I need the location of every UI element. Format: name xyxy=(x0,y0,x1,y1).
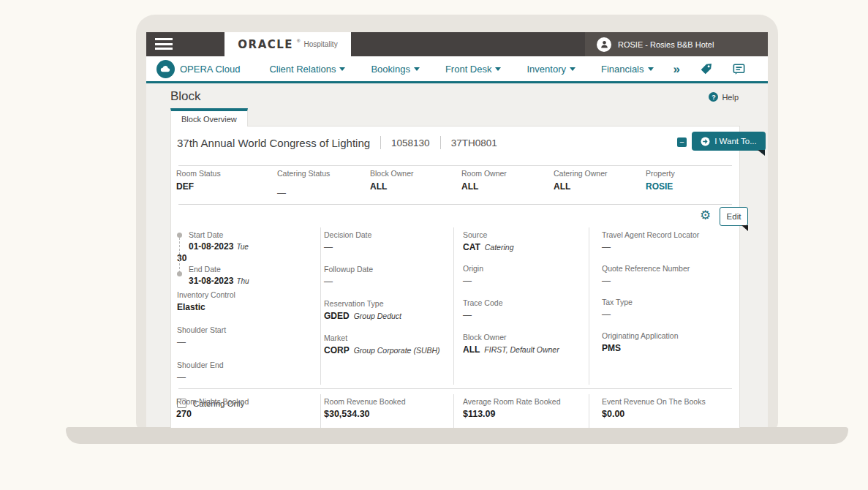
field-shoulder-start: Shoulder Start — xyxy=(177,325,314,347)
stat-room-revenue: Room Revenue Booked $30,534.30 Room Reve… xyxy=(324,397,415,428)
field-origin: Origin — xyxy=(463,264,586,286)
property-name-label: ROSIE - Rosies B&B Hotel xyxy=(618,40,714,49)
field-originating-application: Originating Application PMS xyxy=(602,331,735,353)
stay-dates-timeline: Start Date 01-08-2023Tue 30 End Date 31-… xyxy=(177,230,314,286)
i-want-to-button[interactable]: I Want To... xyxy=(692,132,766,151)
field-source: Source CATCatering xyxy=(463,230,586,252)
divider xyxy=(320,227,321,385)
screen: ORACLE® Hospitality ROSIE - Rosies B&B H… xyxy=(146,32,768,428)
status-catering-owner: Catering Owner ALL xyxy=(554,169,646,198)
oracle-logo: ORACLE® Hospitality xyxy=(224,32,351,56)
opera-cloud-label: OPERA Cloud xyxy=(180,64,240,75)
chevron-down-icon xyxy=(339,67,345,71)
details-column-booking: Decision Date — Followup Date — Reservat… xyxy=(324,230,450,365)
divider xyxy=(178,165,732,166)
opera-cloud-logo-icon xyxy=(156,60,175,78)
field-followup-date: Followup Date — xyxy=(324,265,450,287)
help-link[interactable]: ? Help xyxy=(709,92,739,102)
chevron-down-icon xyxy=(495,67,501,71)
status-block-owner: Block Owner ALL xyxy=(370,169,461,198)
divider xyxy=(178,204,732,205)
nav-front-desk[interactable]: Front Desk xyxy=(445,64,502,75)
user-avatar-icon xyxy=(597,37,611,52)
details-column-source: Source CATCatering Origin — Trace Code —… xyxy=(463,230,586,364)
help-icon: ? xyxy=(709,92,718,102)
divider xyxy=(589,394,589,428)
oracle-hospitality-label: Hospitality xyxy=(304,40,338,48)
status-room-owner: Room Owner ALL xyxy=(461,169,554,198)
stat-room-nights: Room Nights Booked 270 Room Nights Picke… xyxy=(176,397,257,428)
field-quote-reference-number: Quote Reference Number — xyxy=(602,264,735,286)
status-room-status: Room Status DEF xyxy=(176,169,277,198)
notes-chat-icon[interactable] xyxy=(732,62,746,76)
divider xyxy=(320,394,321,428)
start-date-label: Start Date xyxy=(189,230,314,239)
status-summary-row: Room Status DEF Catering Status — Block … xyxy=(176,169,736,198)
nav-inventory[interactable]: Inventory xyxy=(527,64,575,75)
field-travel-agent-record-locator: Travel Agent Record Locator — xyxy=(602,230,735,252)
divider xyxy=(453,394,454,428)
end-date-value: 31-08-2023Thu xyxy=(189,276,314,286)
nav-overflow-icon[interactable]: » xyxy=(673,63,680,75)
timeline-start-dot xyxy=(177,233,182,238)
application-topbar: ORACLE® Hospitality ROSIE - Rosies B&B H… xyxy=(146,32,768,56)
divider xyxy=(589,227,589,385)
details-column-references: Travel Agent Record Locator — Quote Refe… xyxy=(602,230,735,363)
tab-block-overview[interactable]: Block Overview xyxy=(170,108,248,127)
field-inventory-control: Inventory Control Elastic xyxy=(177,290,314,312)
nav-items: Client Relations Bookings Front Desk Inv… xyxy=(269,64,653,75)
chevron-down-icon xyxy=(648,67,654,71)
chevron-down-icon xyxy=(570,67,575,71)
field-trace-code: Trace Code — xyxy=(463,298,586,320)
gear-icon[interactable]: ⚙ xyxy=(700,209,711,222)
edit-button[interactable]: Edit xyxy=(720,207,748,226)
divider xyxy=(440,136,441,149)
nav-financials[interactable]: Financials xyxy=(601,64,654,75)
page-title: Block xyxy=(170,89,201,104)
nav-bookings[interactable]: Bookings xyxy=(371,64,419,75)
details-column-dates: Start Date 01-08-2023Tue 30 End Date 31-… xyxy=(177,230,314,408)
opera-cloud-home[interactable]: OPERA Cloud xyxy=(156,60,240,78)
registered-mark: ® xyxy=(297,39,300,43)
status-catering-status: Catering Status — xyxy=(277,169,370,198)
collapse-button[interactable]: − xyxy=(677,137,687,147)
field-reservation-type: Reservation Type GDEDGroup Deduct xyxy=(324,299,450,321)
oracle-wordmark: ORACLE xyxy=(238,38,293,51)
nav-right-icons: » xyxy=(673,62,768,76)
block-code: 37TH0801 xyxy=(451,137,497,148)
main-navbar: OPERA Cloud Client Relations Bookings Fr… xyxy=(146,56,768,83)
hamburger-menu-icon[interactable] xyxy=(155,38,173,50)
nav-client-relations[interactable]: Client Relations xyxy=(269,64,345,75)
field-tax-type: Tax Type — xyxy=(602,298,735,320)
status-property: Property ROSIE xyxy=(646,169,736,198)
divider xyxy=(453,227,454,385)
stat-event-revenue: Event Revenue On The Books $0.00 Event R… xyxy=(602,397,706,428)
nights-count: 30 xyxy=(177,253,314,263)
block-details: Start Date 01-08-2023Tue 30 End Date 31-… xyxy=(171,227,741,385)
block-overview-panel: 37th Annual World Congress of Lighting 1… xyxy=(170,126,740,428)
laptop-bezel: ORACLE® Hospitality ROSIE - Rosies B&B H… xyxy=(136,15,778,430)
block-id: 1058130 xyxy=(391,137,430,148)
field-shoulder-end: Shoulder End — xyxy=(177,361,314,382)
timeline-end-dot xyxy=(177,271,182,276)
block-title-row: 37th Annual World Congress of Lighting 1… xyxy=(177,136,497,149)
user-property-menu[interactable]: ROSIE - Rosies B&B Hotel xyxy=(585,32,768,56)
stat-average-room-rate: Average Room Rate Booked $113.09 Average… xyxy=(463,397,570,428)
divider xyxy=(178,388,732,389)
field-market: Market CORPGroup Corporate (SUBH) xyxy=(324,333,450,355)
field-decision-date: Decision Date — xyxy=(324,230,450,252)
divider xyxy=(380,136,381,149)
chevron-down-icon xyxy=(414,67,420,71)
end-date-label: End Date xyxy=(189,265,314,274)
field-block-owner: Block Owner ALLFIRST, Default Owner xyxy=(463,333,586,355)
block-statistics: Room Nights Booked 270 Room Nights Picke… xyxy=(171,393,741,428)
block-name: 37th Annual World Congress of Lighting xyxy=(177,137,370,149)
laptop-base xyxy=(66,427,848,444)
arrow-circle-icon xyxy=(701,137,710,146)
tag-icon[interactable] xyxy=(699,62,713,76)
start-date-value: 01-08-2023Tue xyxy=(189,241,314,252)
